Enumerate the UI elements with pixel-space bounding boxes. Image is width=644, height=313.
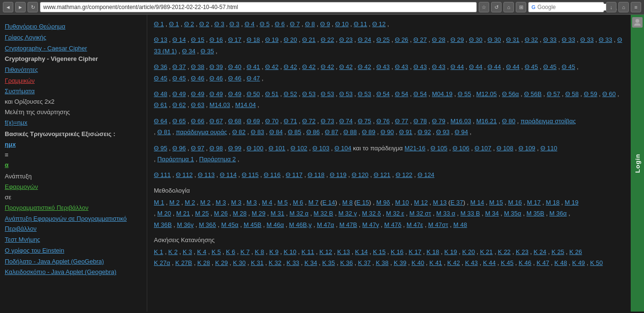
login-panel[interactable]: Login (631, 15, 644, 312)
section-row1: Θ 1 , Θ 1 , Θ 2 , Θ 2 , Θ 3 , Θ 3 , Θ 4 … (154, 19, 624, 29)
svg-point-0 (635, 19, 639, 23)
search-input[interactable] (538, 4, 609, 10)
login-avatar (632, 17, 643, 28)
link-th6[interactable]: Θ 6 (275, 20, 285, 28)
links-row3: Θ 36 , Θ 37 , Θ 38 , Θ 39 , Θ 40 , Θ 41 … (154, 61, 624, 84)
refresh-button[interactable]: ↻ (28, 2, 38, 12)
link-th33-3[interactable]: Θ 33 (580, 36, 594, 43)
link-th33-4[interactable]: Θ 33 (599, 36, 612, 43)
back-button[interactable]: ◄ (3, 2, 13, 12)
askiseis-label: Ασκήσεις Κατανόησης (154, 235, 624, 245)
link-th7[interactable]: Θ 7 (290, 20, 300, 28)
sidebar-item-spirograph[interactable]: Καλειδοσκόπιο - Java Applet (Geogebra) (5, 267, 142, 278)
link-th20[interactable]: Θ 20 (284, 36, 297, 43)
sidebar-item-logic[interactable]: Γρίφος Λογικής (5, 32, 142, 43)
sidebar-prog-link[interactable]: Προγραμματιστικό Περιβάλλον (5, 203, 142, 214)
link-th5[interactable]: Θ 5 (260, 20, 270, 28)
link-th8[interactable]: Θ 8 (305, 20, 315, 28)
sidebar-trig-link[interactable]: ημx (5, 139, 142, 150)
browser-chrome: ◄ ► ↻ ☆ ↺ ⌂ ⊞ G 🔍 ↓ ⌂ ≡ (0, 0, 644, 15)
link-th17[interactable]: Θ 17 (228, 36, 241, 43)
link-th24[interactable]: Θ 24 (358, 36, 371, 43)
link-th29[interactable]: Θ 29 (451, 36, 464, 43)
link-th26[interactable]: Θ 26 (395, 36, 408, 43)
sidebar-item-trig: Βασικές Τριγωνομετρικές Εξισώσεις : ημx … (5, 129, 142, 171)
sidebar-systems-link[interactable]: Συστήματα (5, 86, 142, 97)
sidebar-item-function: Μελέτη της συνάρτησης f(x)=ημx (5, 107, 142, 129)
google-logo: G (531, 4, 536, 10)
link-th3-2[interactable]: Θ 3 (229, 20, 239, 28)
section-row4: Θ 48 , Θ 49 , Θ 49 , Θ 49 , Θ 49 , Θ 50 … (154, 88, 624, 111)
sidebar-item-vigenere[interactable]: Cryptography - Vigenere Cipher (5, 54, 142, 65)
link-th19[interactable]: Θ 19 (265, 36, 278, 43)
main-container: Πυθαγόρειο Θεώρημα Γρίφος Λογικής Crypto… (0, 15, 644, 312)
link-th3-1[interactable]: Θ 3 (214, 20, 224, 28)
avatar-icon (633, 18, 642, 27)
sidebar-item-einstein[interactable]: Τεστ Μνήμης (5, 235, 142, 245)
askiseis-links: Κ 1 , Κ 2 , Κ 3 , Κ 4 , Κ 5 , Κ 6 , Κ 7 … (154, 246, 624, 269)
link-th31[interactable]: Θ 31 (506, 36, 520, 43)
link-th2-1[interactable]: Θ 2 (184, 20, 194, 28)
download-icon[interactable]: ↓ (606, 2, 616, 12)
section-methodology: Μεθοδολογία Μ 1 , Μ 2 , Μ 2 , Μ 2 , Μ 3 … (154, 186, 624, 230)
link-th27[interactable]: Θ 27 (413, 36, 426, 43)
home-button[interactable]: ⌂ (618, 2, 629, 12)
home-icon[interactable]: ⌂ (503, 2, 514, 12)
link-th1-2[interactable]: Θ 1 (169, 20, 179, 28)
link-th33-2[interactable]: Θ 33 (562, 36, 575, 43)
link-th23[interactable]: Θ 23 (339, 36, 352, 43)
bookmark-icon[interactable]: ⊞ (516, 2, 526, 12)
link-th18[interactable]: Θ 18 (246, 36, 260, 43)
link-th12[interactable]: Θ 12 (372, 20, 386, 28)
browser-toolbar: ◄ ► ↻ ☆ ↺ ⌂ ⊞ G 🔍 ↓ ⌂ ≡ (0, 0, 644, 14)
forward-button[interactable]: ► (15, 2, 26, 12)
sidebar-item-apps: Ανάπτυξη Εφαρμογών σε Προγραμματιστικό Π… (5, 171, 142, 214)
link-th35[interactable]: Θ 35 (200, 48, 214, 55)
login-label: Login (634, 154, 641, 173)
search-bar[interactable]: G 🔍 (528, 2, 604, 12)
sidebar-item-caesar[interactable]: Cryptography - Caesar Cipher (5, 43, 142, 54)
links-row2: Θ 13 , Θ 14 , Θ 15 , Θ 16 , Θ 17 , Θ 18 … (154, 34, 624, 57)
section-row7: Θ 111 , Θ 112 , Θ 113 , Θ 114 , Θ 115 , … (154, 169, 624, 180)
link-th21[interactable]: Θ 21 (302, 36, 315, 43)
sidebar-item-systems: Γραμμικών Συστήματα και Ορίζουσες 2x2 (5, 76, 142, 107)
sidebar-item-probability[interactable]: Πιθανότητες (5, 65, 142, 76)
link-th30-1[interactable]: Θ 30 (469, 36, 483, 43)
sidebar-item-bicycle[interactable]: Ο γρίφος του Einstein (5, 245, 142, 256)
sidebar-item-pythagorean[interactable]: Πυθαγόρειο Θεώρημα (5, 21, 142, 32)
links-row6: Θ 95 , Θ 96 , Θ 97 , Θ 98 , Θ 99 , Θ 100… (154, 143, 624, 165)
link-th2-2[interactable]: Θ 2 (199, 20, 209, 28)
link-th1-1[interactable]: Θ 1 (154, 20, 164, 28)
link-th28[interactable]: Θ 28 (432, 36, 445, 43)
sidebar-item-memory[interactable]: Ανάπτυξη Εφαρμογών σε Προγραμματιστικό Π… (5, 214, 142, 235)
sidebar-alpha-link[interactable]: α (5, 160, 142, 171)
methodology-label: Μεθοδολογία (154, 186, 624, 196)
sidebar-apps-link[interactable]: Εφαρμογών (5, 182, 142, 193)
link-th16[interactable]: Θ 16 (209, 36, 223, 43)
link-th22[interactable]: Θ 22 (321, 36, 334, 43)
sidebar-systems-red[interactable]: Γραμμικών (5, 77, 35, 84)
sidebar-item-kaleid[interactable]: Ποδήλατο - Java Applet (GeoGebra) (5, 256, 142, 267)
link-th14[interactable]: Θ 14 (172, 36, 186, 43)
star-icon[interactable]: ☆ (479, 2, 489, 12)
address-bar[interactable] (40, 2, 477, 12)
sidebar: Πυθαγόρειο Θεώρημα Γρίφος Λογικής Crypto… (0, 15, 147, 312)
link-th11[interactable]: Θ 11 (354, 20, 367, 28)
link-th4[interactable]: Θ 4 (245, 20, 255, 28)
links-row7: Θ 111 , Θ 112 , Θ 113 , Θ 114 , Θ 115 , … (154, 169, 624, 180)
link-th34[interactable]: Θ 34 (182, 48, 195, 55)
menu-icon[interactable]: ≡ (631, 2, 641, 12)
links-row5: Θ 64 , Θ 65 , Θ 66 , Θ 67 , Θ 68 , Θ 69 … (154, 116, 624, 138)
link-th15[interactable]: Θ 15 (191, 36, 204, 43)
link-th10[interactable]: Θ 10 (335, 20, 349, 28)
link-th30-2[interactable]: Θ 30 (488, 36, 501, 43)
sidebar-function-link[interactable]: f(x)=ημx (5, 117, 142, 128)
refresh-icon[interactable]: ↺ (491, 2, 502, 12)
section-row6: Θ 95 , Θ 96 , Θ 97 , Θ 98 , Θ 99 , Θ 100… (154, 143, 624, 165)
link-th33-1[interactable]: Θ 33 (543, 36, 557, 43)
link-th25[interactable]: Θ 25 (376, 36, 389, 43)
link-th9[interactable]: Θ 9 (320, 20, 330, 28)
link-th13[interactable]: Θ 13 (154, 36, 167, 43)
methodology-links: Μ 1 , Μ 2 , Μ 2 , Μ 2 , Μ 3 , Μ 3 , Μ 3 … (154, 197, 624, 230)
link-th32[interactable]: Θ 32 (525, 36, 538, 43)
